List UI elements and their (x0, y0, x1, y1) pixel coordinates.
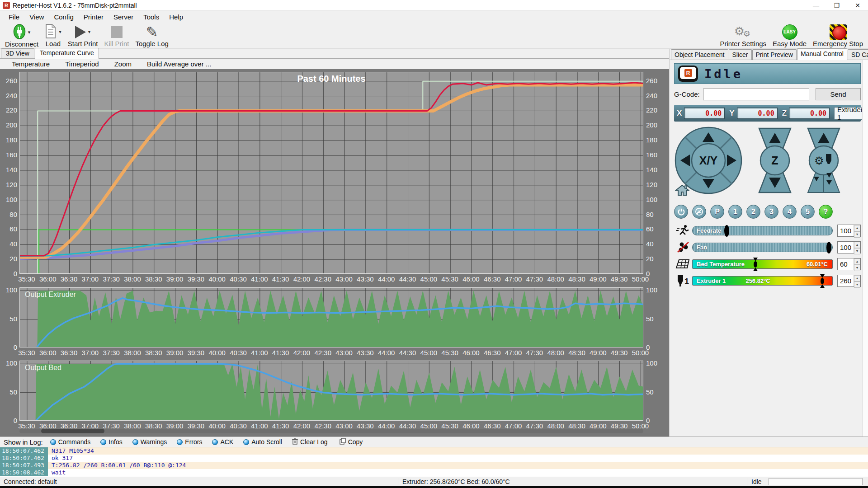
load-dropdown-arrow[interactable]: ▾ (59, 29, 61, 35)
preset-5-button[interactable]: 5 (801, 205, 815, 219)
spin-up-icon[interactable]: ▲ (854, 225, 860, 231)
x-tick-label: 49:30 (609, 422, 630, 430)
disconnect-dropdown-arrow[interactable]: ▾ (28, 29, 31, 35)
preset-3-button[interactable]: 3 (764, 205, 778, 219)
preset-4-button[interactable]: 4 (783, 205, 797, 219)
chart-menu-build[interactable]: Build Average over ... (147, 60, 211, 68)
disconnect-button[interactable]: ▾ Disconnect (2, 23, 42, 48)
y-tick-label: 20 (646, 255, 654, 263)
menu-printer[interactable]: Printer (79, 11, 108, 23)
fan-slider[interactable]: Fan (692, 243, 833, 252)
x-tick-label: 41:30 (270, 349, 292, 357)
chart-menu-temperature[interactable]: Temperature (12, 60, 50, 68)
preset-1-button[interactable]: 1 (728, 205, 742, 219)
fan-slider-thumb[interactable] (826, 242, 831, 253)
log-filter-errors[interactable]: Errors (177, 438, 202, 446)
park-button[interactable]: P (710, 205, 724, 219)
x-tick-label: 47:30 (524, 422, 545, 430)
tab-manual-control[interactable]: Manual Control (797, 48, 847, 60)
tab-slicer[interactable]: Slicer (729, 49, 752, 60)
close-button[interactable]: ✕ (847, 0, 868, 10)
y-tick-label: 180 (646, 136, 657, 144)
x-axis-label: X (677, 109, 682, 118)
chart-menu-zoom[interactable]: Zoom (114, 60, 132, 68)
menu-config[interactable]: Config (49, 11, 78, 23)
x-tick-label: 46:30 (481, 275, 503, 283)
spin-down-icon[interactable]: ▼ (854, 265, 860, 271)
log-filter-warnings[interactable]: Warnings (132, 438, 167, 446)
feedrate-spin-arrows[interactable]: ▲▼ (854, 225, 860, 236)
bed-temperature-spinbox[interactable]: 60▲▼ (837, 258, 861, 270)
x-tick-label: 42:30 (312, 422, 334, 430)
help-button[interactable]: ? (819, 205, 833, 219)
x-tick-label: 40:30 (227, 349, 249, 357)
x-tick-label: 42:30 (312, 275, 334, 283)
fan-spinbox[interactable]: 100▲▼ (837, 241, 861, 253)
menu-view[interactable]: View (24, 11, 49, 23)
log-filter-ack[interactable]: ACK (212, 438, 233, 446)
tab-sd-card[interactable]: SD Card (848, 49, 868, 60)
extruder-1-slider-thumb[interactable] (819, 274, 826, 288)
tab-print-preview[interactable]: Print Preview (752, 49, 797, 60)
menu-server[interactable]: Server (108, 11, 138, 23)
x-tick-label: 47:00 (503, 275, 524, 283)
start-print-button[interactable]: ▾ Start Print (65, 23, 101, 48)
gear-icon: ⚙⚙ (734, 24, 752, 40)
feedrate-slider-thumb[interactable] (724, 225, 729, 237)
menu-tools[interactable]: Tools (138, 11, 164, 23)
extruder-1-spinbox[interactable]: 260▲▼ (837, 275, 861, 287)
minimize-button[interactable]: — (806, 0, 826, 10)
power-button[interactable] (674, 205, 688, 219)
log-filter-commands[interactable]: Commands (50, 438, 91, 446)
heated-bed-off-button[interactable] (692, 205, 706, 219)
tab-temperature-curve[interactable]: Temperature Curve (35, 48, 99, 59)
log-filter-auto-scroll[interactable]: Auto Scroll (243, 438, 282, 446)
easy-mode-button[interactable]: EASY Easy Mode (769, 23, 810, 48)
log-action-copy[interactable]: Copy (340, 438, 363, 446)
control-panel-scrollbar[interactable] (862, 60, 868, 436)
feedrate-spinbox[interactable]: 100▲▼ (837, 225, 861, 237)
bed-temperature-slider[interactable]: Bed Temperature60.01°C (692, 259, 833, 269)
spin-down-icon[interactable]: ▼ (854, 282, 860, 288)
home-button[interactable] (675, 184, 689, 198)
x-tick-label: 39:30 (185, 422, 207, 430)
log-action-clear-log[interactable]: Clear Log (292, 438, 328, 446)
jog-controls: X/Y Z (674, 126, 861, 204)
repetier-logo-icon: R (678, 66, 698, 82)
bed-temperature-spin-arrows[interactable]: ▲▼ (854, 258, 860, 270)
extruder-1-reading: 256.82°C (745, 277, 770, 284)
menu-help[interactable]: Help (164, 11, 188, 23)
x-tick-label: 36:30 (58, 422, 80, 430)
extruder-1-slider[interactable]: Extruder 1256.82°C (692, 276, 833, 286)
bed-temperature-slider-thumb[interactable] (752, 258, 759, 271)
z-jog-control[interactable]: Z (755, 126, 794, 196)
printer-settings-button[interactable]: ⚙⚙ Printer Settings (717, 23, 770, 48)
tab-3d-view[interactable]: 3D View (1, 48, 34, 58)
send-button[interactable]: Send (816, 88, 861, 100)
start-print-dropdown-arrow[interactable]: ▾ (88, 29, 91, 35)
toggle-log-button[interactable]: ✎ Toggle Log (132, 23, 171, 48)
spin-up-icon[interactable]: ▲ (854, 275, 860, 282)
spin-up-icon[interactable]: ▲ (854, 242, 860, 248)
kill-print-button: Kill Print (101, 23, 132, 48)
load-button[interactable]: ▾ Load (42, 23, 65, 48)
x-tick-label: 47:00 (503, 349, 524, 357)
gcode-input[interactable] (703, 89, 809, 100)
feedrate-slider[interactable]: Feedrate (692, 226, 833, 235)
spin-up-icon[interactable]: ▲ (854, 258, 860, 265)
x-tick-label: 46:00 (460, 422, 482, 430)
restore-button[interactable]: ❐ (826, 0, 847, 10)
extruder-jog-control[interactable]: ⚙ (804, 126, 843, 196)
chart-menu-timeperiod[interactable]: Timeperiod (65, 60, 99, 68)
preset-2-button[interactable]: 2 (746, 205, 760, 219)
fan-spin-arrows[interactable]: ▲▼ (854, 242, 860, 253)
y-tick-label: 50 (646, 315, 654, 323)
extruder-1-spin-arrows[interactable]: ▲▼ (854, 275, 860, 286)
tab-object-placement[interactable]: Object Placement (671, 49, 728, 60)
spin-down-icon[interactable]: ▼ (854, 248, 860, 254)
log-filter-infos[interactable]: Infos (100, 438, 122, 446)
emergency-stop-button[interactable]: Emergency Stop (810, 23, 866, 48)
x-tick-label: 45:30 (439, 349, 461, 357)
menu-file[interactable]: File (4, 11, 24, 23)
spin-down-icon[interactable]: ▼ (854, 231, 860, 238)
